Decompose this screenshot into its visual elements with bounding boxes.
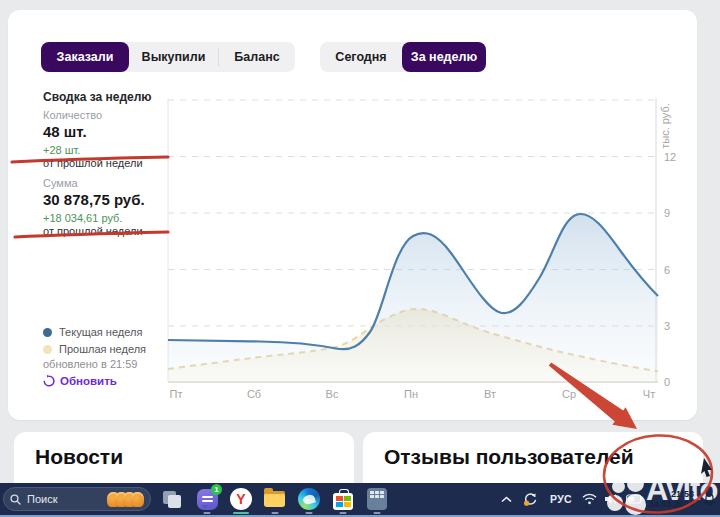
task-view-button[interactable] <box>156 483 190 515</box>
chart-x-axis-labels: Пт Сб Вс Пн Вт Ср Чт <box>170 388 656 400</box>
chart-y-axis-labels: 12 9 6 3 0 тыс. руб. <box>659 103 676 388</box>
yandex-browser-icon: Y <box>230 488 252 510</box>
svg-text:Ср: Ср <box>562 388 576 400</box>
notification-center-button[interactable] <box>698 493 720 506</box>
ms-store-icon <box>333 493 353 510</box>
quantity-delta: +28 шт. <box>43 144 80 156</box>
refresh-label: Обновить <box>60 375 117 387</box>
svg-text:12: 12 <box>664 151 676 163</box>
clock-time: 21:58 <box>649 489 694 499</box>
svg-text:6: 6 <box>664 264 670 276</box>
y-axis-title: тыс. руб. <box>659 103 671 149</box>
legend-previous-label: Прошлая неделя <box>59 343 146 355</box>
svg-text:0: 0 <box>664 376 670 388</box>
quantity-delta-note: от прошлой недели <box>43 157 143 169</box>
tab-balance[interactable]: Баланс <box>219 42 295 72</box>
sync-status-button[interactable] <box>517 491 543 507</box>
legend-previous-week: Прошлая неделя <box>43 343 146 355</box>
svg-text:Пт: Пт <box>170 388 183 400</box>
svg-text:Вт: Вт <box>484 388 496 400</box>
search-icon <box>10 494 21 505</box>
taskbar-apps: 1 Y <box>156 483 394 515</box>
edge-browser-button[interactable] <box>292 483 326 515</box>
svg-text:3: 3 <box>664 320 670 332</box>
yandex-browser-button[interactable]: Y <box>224 483 258 515</box>
chat-app-button[interactable]: 1 <box>190 483 224 515</box>
chat-badge: 1 <box>211 484 222 495</box>
edge-icon <box>298 488 320 510</box>
updated-note: обновлено в 21:59 <box>43 358 137 370</box>
quantity-label: Количество <box>43 109 102 121</box>
dashboard-page: Заказали Выкупили Баланс Сегодня За неде… <box>0 0 720 517</box>
sum-label: Сумма <box>43 177 78 189</box>
legend-current-week: Текущая неделя <box>43 326 142 338</box>
sync-icon <box>522 491 538 507</box>
sum-delta-note: от прошлой недели <box>43 225 143 237</box>
file-explorer-button[interactable] <box>258 483 292 515</box>
language-indicator[interactable]: РУС <box>543 493 579 505</box>
summary-title: Сводка за неделю <box>43 90 152 104</box>
tab-week[interactable]: За неделю <box>402 42 486 72</box>
metric-tabs: Заказали Выкупили Баланс <box>41 42 295 72</box>
search-highlight-icon <box>112 492 144 507</box>
volume-button[interactable] <box>601 493 623 505</box>
taskbar-clock[interactable]: 21:58 14.03.2024 <box>647 489 698 509</box>
reviews-title: Отзывы пользователей <box>384 445 634 469</box>
refresh-row: Обновить <box>43 375 117 387</box>
sum-value: 30 878,75 руб. <box>43 191 145 208</box>
svg-text:Пн: Пн <box>404 388 418 400</box>
ms-store-button[interactable] <box>326 483 360 515</box>
search-placeholder: Поиск <box>27 493 57 505</box>
wifi-button[interactable] <box>579 493 601 505</box>
svg-text:Сб: Сб <box>247 388 261 400</box>
battery-icon <box>626 494 643 504</box>
sum-delta: +18 034,61 руб. <box>43 212 122 224</box>
wifi-icon <box>582 493 597 505</box>
stats-card: Заказали Выкупили Баланс Сегодня За неде… <box>8 10 697 420</box>
svg-text:Вс: Вс <box>326 388 339 400</box>
calculator-icon <box>367 488 387 510</box>
refresh-button[interactable]: Обновить <box>43 375 117 387</box>
clock-date: 14.03.2024 <box>649 499 694 509</box>
calculator-button[interactable] <box>360 483 394 515</box>
quantity-value: 48 шт. <box>43 123 87 140</box>
svg-text:Чт: Чт <box>643 388 655 400</box>
news-card[interactable]: Новости <box>14 432 354 483</box>
tab-ordered[interactable]: Заказали <box>41 42 129 72</box>
weekly-revenue-chart: 12 9 6 3 0 тыс. руб. Пт Сб Вс Пн Вт Ср Ч… <box>140 78 705 405</box>
battery-button[interactable] <box>623 494 647 504</box>
refresh-icon <box>43 375 55 387</box>
legend-current-label: Текущая неделя <box>59 326 142 338</box>
tray-chevron-button[interactable] <box>495 496 517 503</box>
current-week-dot-icon <box>43 328 52 337</box>
speaker-icon <box>604 493 619 505</box>
chevron-up-icon <box>501 496 512 503</box>
bell-icon <box>703 493 716 506</box>
svg-text:9: 9 <box>664 207 670 219</box>
news-title: Новости <box>35 445 123 469</box>
tab-today[interactable]: Сегодня <box>320 42 402 72</box>
system-tray: РУС <box>495 483 720 515</box>
taskbar: Поиск 1 Y <box>0 483 720 515</box>
taskbar-search[interactable]: Поиск <box>3 487 151 511</box>
previous-week-dot-icon <box>43 345 52 354</box>
period-tabs: Сегодня За неделю <box>320 42 486 72</box>
reviews-card[interactable]: Отзывы пользователей <box>363 432 703 483</box>
tab-purchased[interactable]: Выкупили <box>129 42 218 72</box>
current-week-series <box>168 214 658 382</box>
